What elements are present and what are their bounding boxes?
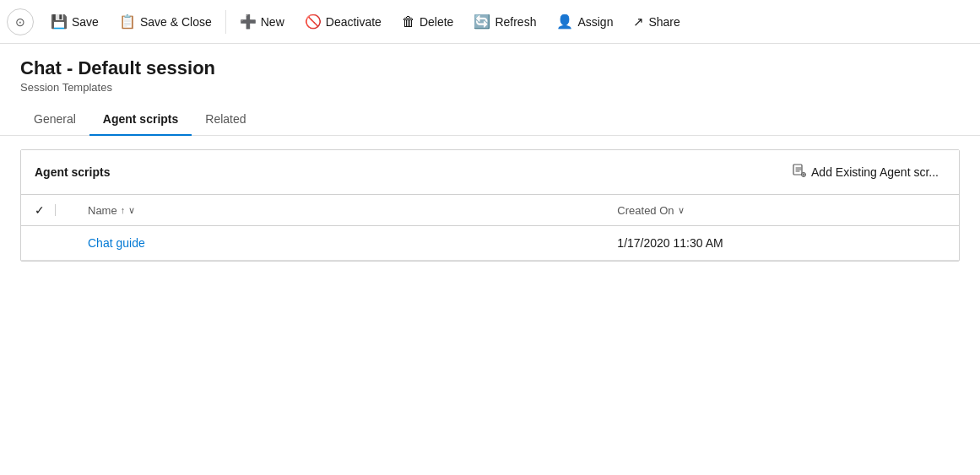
created-chevron-icon[interactable]: ∨	[678, 205, 685, 216]
page-title: Chat - Default session	[20, 57, 960, 79]
add-existing-button[interactable]: Add Existing Agent scr...	[786, 160, 945, 184]
col-name-header[interactable]: Name ↑ ∨	[74, 195, 604, 226]
sort-up-icon[interactable]: ↑	[121, 205, 126, 215]
new-icon: ➕	[240, 13, 257, 30]
section-title: Agent scripts	[35, 165, 110, 179]
tab-general[interactable]: General	[20, 104, 89, 136]
add-existing-icon	[793, 164, 806, 181]
agent-scripts-section: Agent scripts Add Existing Agent scr...	[20, 149, 960, 262]
save-close-label: Save & Close	[140, 15, 212, 29]
save-button[interactable]: 💾 Save	[42, 8, 107, 35]
save-icon: 💾	[51, 13, 68, 30]
refresh-label: Refresh	[495, 15, 536, 29]
content-area: Agent scripts Add Existing Agent scr...	[0, 136, 980, 275]
add-existing-label: Add Existing Agent scr...	[811, 165, 939, 179]
assign-label: Assign	[577, 15, 613, 29]
delete-button[interactable]: 🗑 Delete	[393, 9, 462, 35]
checkmark-icon: ✓	[35, 203, 45, 217]
save-close-icon: 📋	[119, 13, 136, 30]
section-header: Agent scripts Add Existing Agent scr...	[21, 150, 959, 194]
nav-back-icon: ⊙	[15, 15, 25, 29]
share-icon: ↗	[633, 14, 644, 30]
col-divider	[55, 204, 56, 216]
delete-icon: 🗑	[402, 14, 415, 30]
save-close-button[interactable]: 📋 Save & Close	[111, 8, 220, 35]
created-sort-header[interactable]: Created On ∨	[617, 204, 945, 217]
row-created-cell: 1/17/2020 11:30 AM	[604, 226, 959, 261]
nav-back-button[interactable]: ⊙	[7, 8, 34, 35]
sort-down-icon[interactable]: ∨	[128, 205, 135, 216]
save-label: Save	[72, 15, 99, 29]
new-button[interactable]: ➕ New	[231, 8, 293, 35]
share-button[interactable]: ↗ Share	[625, 9, 688, 35]
agent-scripts-table: ✓ Name ↑ ∨ Created On	[21, 194, 959, 261]
page-subtitle: Session Templates	[20, 81, 960, 94]
deactivate-label: Deactivate	[326, 15, 382, 29]
deactivate-button[interactable]: 🚫 Deactivate	[296, 8, 390, 35]
tab-agent-scripts[interactable]: Agent scripts	[89, 104, 192, 136]
new-label: New	[261, 15, 284, 29]
refresh-icon: 🔄	[474, 13, 490, 30]
row-name-cell: Chat guide	[74, 226, 604, 261]
refresh-button[interactable]: 🔄 Refresh	[465, 8, 544, 35]
row-check-cell	[21, 226, 74, 261]
chat-guide-link[interactable]: Chat guide	[88, 236, 145, 250]
table-header-row: ✓ Name ↑ ∨ Created On	[21, 195, 959, 226]
share-label: Share	[648, 15, 680, 29]
assign-button[interactable]: 👤 Assign	[548, 8, 621, 35]
page-header: Chat - Default session Session Templates	[0, 44, 980, 94]
deactivate-icon: 🚫	[305, 13, 322, 30]
tabs: General Agent scripts Related	[0, 104, 980, 136]
col-created-header[interactable]: Created On ∨	[604, 195, 959, 226]
toolbar-divider-1	[225, 10, 226, 34]
name-col-label: Name	[88, 204, 117, 217]
delete-label: Delete	[420, 15, 453, 29]
table-body: Chat guide 1/17/2020 11:30 AM	[21, 226, 959, 261]
created-col-label: Created On	[617, 204, 674, 217]
assign-icon: 👤	[556, 13, 573, 30]
tab-related[interactable]: Related	[192, 104, 259, 136]
toolbar: ⊙ 💾 Save 📋 Save & Close ➕ New 🚫 Deactiva…	[0, 0, 980, 44]
table-row: Chat guide 1/17/2020 11:30 AM	[21, 226, 959, 261]
check-area: ✓	[35, 203, 61, 217]
name-sort-header[interactable]: Name ↑ ∨	[88, 204, 590, 217]
col-check-header: ✓	[21, 195, 74, 226]
